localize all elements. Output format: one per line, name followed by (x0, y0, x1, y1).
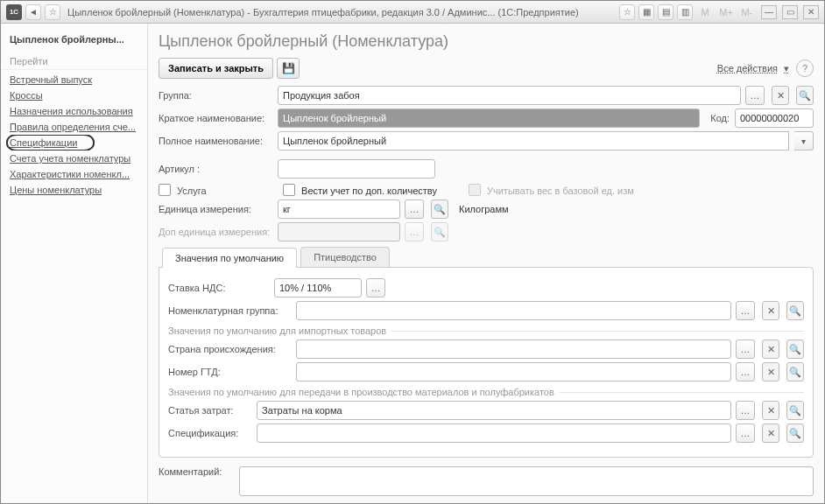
country-input[interactable] (296, 340, 731, 359)
nds-input[interactable] (274, 278, 362, 298)
gtd-input[interactable] (296, 362, 731, 382)
service-checkbox[interactable] (159, 184, 171, 196)
content-area: Цыпленок бройлерны... Перейти Встречный … (1, 24, 824, 503)
country-clear-button[interactable]: ✕ (762, 340, 779, 359)
cost-select-button[interactable]: … (736, 401, 755, 420)
close-button[interactable]: ✕ (803, 5, 819, 19)
sidebar-section: Перейти (1, 53, 147, 70)
group-input[interactable] (278, 86, 741, 105)
gtd-select-button[interactable]: … (736, 362, 755, 382)
all-actions-menu[interactable]: Все действия (717, 63, 789, 74)
unit-select-button[interactable]: … (405, 200, 424, 219)
nomgroup-label: Номенклатурная группа: (168, 305, 291, 316)
country-select-button[interactable]: … (736, 340, 755, 359)
group-open-button[interactable]: 🔍 (796, 86, 814, 105)
group-clear-button[interactable]: ✕ (772, 86, 789, 105)
app-logo: 1C (6, 4, 22, 20)
sidebar-item-characteristics[interactable]: Характеристики номенкл... (1, 166, 147, 182)
main-panel: Цыпленок бройлерный (Номенклатура) Запис… (148, 24, 824, 503)
gtd-open-button[interactable]: 🔍 (786, 362, 804, 382)
save-icon[interactable]: 💾 (277, 58, 300, 79)
fullname-label: Полное наименование: (159, 136, 272, 146)
dopunit-open-button: 🔍 (431, 222, 448, 242)
fullname-input[interactable] (278, 131, 789, 150)
spec-clear-button[interactable]: ✕ (762, 424, 779, 443)
baseweight-checkbox (469, 184, 481, 196)
nomgroup-input[interactable] (296, 301, 731, 320)
favorite-star-icon[interactable]: ☆ (45, 4, 60, 20)
cost-open-button[interactable]: 🔍 (786, 401, 804, 420)
sidebar-item-usage[interactable]: Назначения использования (1, 103, 147, 119)
minimize-button[interactable]: — (761, 5, 777, 19)
sidebar-item-prices[interactable]: Цены номенклатуры (1, 182, 147, 198)
mplus-indicator: M+ (717, 7, 735, 18)
dopunit-input (278, 222, 400, 242)
unit-label: Единица измерения: (159, 204, 272, 214)
gtd-clear-button[interactable]: ✕ (762, 362, 779, 382)
tab-defaults[interactable]: Значения по умолчанию (162, 248, 297, 268)
unit-name: Килограмм (459, 204, 509, 214)
gtd-label: Номер ГТД: (168, 367, 291, 377)
cost-label: Статья затрат: (168, 405, 251, 416)
sidebar-title: Цыпленок бройлерны... (1, 31, 147, 50)
app-window: 1C ◄ ☆ Цыпленок бройлерный (Номенклатура… (0, 0, 825, 504)
page-title: Цыпленок бройлерный (Номенклатура) (159, 32, 814, 51)
code-label: Код: (710, 113, 730, 123)
country-open-button[interactable]: 🔍 (786, 340, 804, 359)
sidebar-item-specifications[interactable]: Спецификации (1, 135, 147, 150)
nds-select-button[interactable]: … (366, 278, 385, 298)
back-button[interactable]: ◄ (25, 4, 41, 20)
cost-clear-button[interactable]: ✕ (762, 401, 779, 420)
spec-input[interactable] (257, 424, 731, 443)
dopunit-label: Доп единица измерения: (159, 227, 272, 237)
grid-icon[interactable]: ▦ (638, 4, 654, 20)
artikul-input[interactable] (278, 159, 435, 178)
spec-open-button[interactable]: 🔍 (786, 424, 804, 443)
import-section-title: Значения по умолчанию для импортных това… (168, 326, 804, 336)
group-select-button[interactable]: … (745, 86, 765, 105)
maximize-button[interactable]: ▭ (782, 5, 798, 19)
nomgroup-open-button[interactable]: 🔍 (786, 301, 804, 320)
nds-label: Ставка НДС: (168, 283, 269, 293)
mminus-indicator: M- (738, 7, 756, 18)
dopunit-select-button: … (405, 222, 424, 242)
nomgroup-clear-button[interactable]: ✕ (762, 301, 779, 320)
sidebar-item-crosses[interactable]: Кроссы (1, 88, 147, 103)
calendar-icon[interactable]: ▥ (677, 4, 693, 20)
sidebar-item-accounts[interactable]: Счета учета номенклатуры (1, 150, 147, 166)
baseweight-label: Учитывать вес в базовой ед. изм (487, 186, 634, 196)
tabs: Значения по умолчанию Птицеводство Ставк… (159, 247, 814, 458)
toolbar: Записать и закрыть 💾 Все действия ? (159, 58, 814, 79)
help-button[interactable]: ? (796, 60, 814, 77)
shortname-label: Краткое наименование: (159, 113, 272, 123)
fullname-dropdown-button[interactable]: ▾ (794, 131, 814, 150)
m-indicator: M (696, 7, 714, 18)
country-label: Страна происхождения: (168, 344, 291, 354)
unit-input[interactable] (278, 200, 400, 219)
service-label: Услуга (177, 186, 207, 196)
code-input[interactable] (735, 108, 814, 128)
sidebar: Цыпленок бройлерны... Перейти Встречный … (1, 24, 148, 503)
spec-label: Спецификация: (168, 428, 251, 438)
window-title: Цыпленок бройлерный (Номенклатура) - Бух… (64, 7, 616, 18)
comment-label: Комментарий: (159, 466, 234, 477)
save-and-close-button[interactable]: Записать и закрыть (159, 58, 273, 79)
cost-input[interactable] (257, 401, 731, 420)
dopkol-checkbox[interactable] (283, 184, 295, 196)
tab-body: Ставка НДС: … Номенклатурная группа: … ✕… (159, 267, 814, 458)
sidebar-item-account-rules[interactable]: Правила определения сче... (1, 119, 147, 135)
sidebar-item-counter-release[interactable]: Встречный выпуск (1, 72, 147, 88)
star-icon[interactable]: ☆ (619, 4, 635, 20)
artikul-label: Артикул : (159, 164, 272, 174)
group-label: Группа: (159, 90, 272, 101)
tab-poultry[interactable]: Птицеводство (300, 247, 390, 267)
titlebar: 1C ◄ ☆ Цыпленок бройлерный (Номенклатура… (1, 1, 824, 24)
nomgroup-select-button[interactable]: … (736, 301, 755, 320)
spec-select-button[interactable]: … (736, 424, 755, 443)
calc-icon[interactable]: ▤ (658, 4, 673, 20)
dopkol-label: Вести учет по доп. количеству (301, 186, 437, 196)
comment-input[interactable] (239, 466, 814, 496)
shortname-input[interactable] (278, 108, 700, 128)
unit-open-button[interactable]: 🔍 (431, 200, 448, 219)
production-section-title: Значения по умолчанию для передачи в про… (168, 387, 804, 397)
